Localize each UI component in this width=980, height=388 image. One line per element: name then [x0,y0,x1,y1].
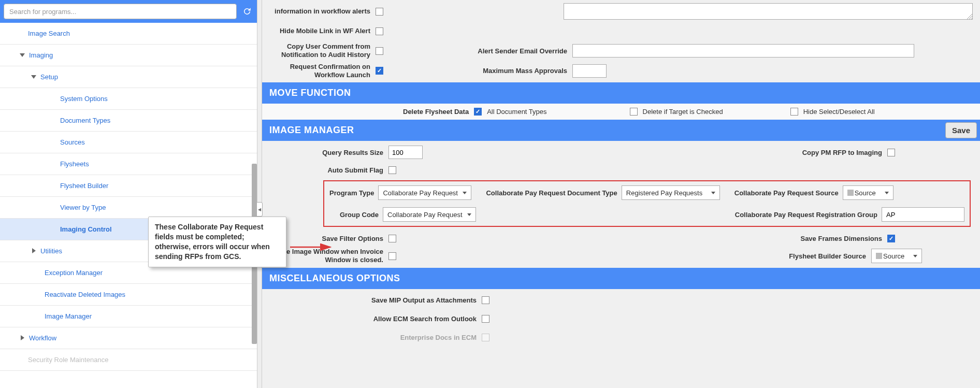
refresh-icon[interactable] [241,5,253,18]
select-cpr-doc-type[interactable]: Registered Pay Requests [622,185,720,200]
nav-tree: Image Search Imaging Setup System Option… [0,23,257,371]
checkbox-delete-if-target[interactable] [630,108,638,116]
resize-grip-icon[interactable] [967,14,972,19]
section-move-function: MOVE FUNCTION [262,82,980,104]
search-bar [0,0,257,23]
select-cpr-source[interactable]: Source [843,185,893,200]
checkbox-auto-submit[interactable] [388,166,396,174]
select-program-type[interactable]: Collaborate Pay Request [378,185,471,200]
checkbox-hide-mobile[interactable] [376,27,383,35]
sidebar-item-security-role[interactable]: Security Role Maintenance [0,349,257,371]
checkbox-request-confirmation[interactable] [376,67,383,75]
caret-right-icon [31,247,38,255]
caret-down-icon [20,51,27,59]
label-cpr-source: Collaborate Pay Request Source [734,189,839,197]
checkbox-all-doc-types[interactable] [474,108,482,116]
label-request-confirmation: Request Confirmation on Workflow Launch [269,63,370,80]
sidebar-item-sources[interactable]: Sources [0,132,257,153]
checkbox-save-mip[interactable] [482,296,489,304]
sidebar-item-flysheets[interactable]: Flysheets [0,153,257,175]
label-save-frames: Save Frames Dimensions [800,235,882,242]
label-max-mass: Maximum Mass Approvals [464,67,567,75]
label-alert-sender: Alert Sender Email Override [464,47,567,55]
label-all-doc-types: All Document Types [487,108,546,116]
save-button[interactable]: Save [945,122,977,138]
checkbox-hide-select[interactable] [790,108,798,116]
sidebar-item-image-manager[interactable]: Image Manager [0,306,257,327]
callout-arrow-icon [290,241,337,253]
input-max-mass[interactable] [572,64,607,78]
checkbox-info-wf-alerts[interactable] [376,8,383,16]
select-group-code[interactable]: Collaborate Pay Request [383,207,476,222]
label-enterprise-docs: Enterprise Docs in ECM [269,334,477,341]
select-flysheet-builder-source[interactable]: Source [871,249,922,263]
collapse-tab-icon[interactable]: ◀ [256,202,263,217]
sidebar-item-viewer-by-type[interactable]: Viewer by Type [0,197,257,219]
callout-note: These Collaborate Pay Request fields mus… [148,217,286,267]
label-copy-pm-rfp: Copy PM RFP to Imaging [802,149,882,156]
label-hide-mobile: Hide Mobile Link in WF Alert [269,27,370,35]
highlighted-fields-box: Program Type Collaborate Pay Request Col… [323,180,971,227]
sidebar-item-document-types[interactable]: Document Types [0,110,257,132]
sidebar-item-image-search[interactable]: Image Search [0,23,257,45]
sidebar-item-reactivate-deleted[interactable]: Reactivate Deleted Images [0,284,257,306]
search-input[interactable] [4,4,237,19]
section-image-manager: IMAGE MANAGER Save [262,120,980,141]
label-query-results: Query Results Size [269,149,383,156]
sidebar-item-workflow[interactable]: Workflow [0,327,257,349]
checkbox-save-filter[interactable] [388,235,396,242]
checkbox-copy-pm-rfp[interactable] [887,149,895,156]
sidebar-item-setup[interactable]: Setup [0,66,257,88]
input-cpr-reg-group[interactable] [882,207,964,222]
label-program-type: Program Type [329,189,374,197]
label-delete-flysheet: Delete Flysheet Data [403,108,469,116]
caret-right-icon [20,334,27,342]
checkbox-copy-user-comment[interactable] [376,47,383,55]
label-group-code: Group Code [329,211,379,219]
label-flysheet-builder-source: Flysheet Builder Source [789,252,866,260]
label-auto-submit: Auto Submit Flag [269,166,383,174]
textarea-top[interactable] [564,3,973,20]
label-allow-ecm: Allow ECM Search from Outlook [269,315,477,323]
gray-square-icon [847,190,854,196]
main-content: information in workflow alerts Hide Mobi… [262,0,980,388]
label-copy-user-comment: Copy User Comment from Notification to A… [269,42,370,60]
input-alert-sender[interactable] [572,44,914,58]
checkbox-allow-ecm[interactable] [482,315,489,323]
checkbox-enterprise-docs[interactable] [482,334,489,341]
checkbox-save-frames[interactable] [887,235,895,242]
label-hide-select: Hide Select/Deselect All [803,108,875,116]
checkbox-close-image-window[interactable] [388,252,396,260]
sidebar: Image Search Imaging Setup System Option… [0,0,257,388]
label-cpr-doc-type: Collaborate Pay Request Document Type [486,189,617,197]
input-query-results[interactable] [388,146,423,159]
label-cpr-reg-group: Collaborate Pay Request Registration Gro… [735,211,877,219]
sidebar-item-flysheet-builder[interactable]: Flysheet Builder [0,175,257,197]
label-save-mip: Save MIP Output as Attachments [269,296,477,304]
section-misc-options: MISCELLANEOUS OPTIONS [262,268,980,289]
gray-square-icon [876,253,882,259]
collapse-handle[interactable]: ◀ [257,0,262,388]
sidebar-item-imaging[interactable]: Imaging [0,45,257,66]
label-info-wf-alerts: information in workflow alerts [269,7,370,16]
caret-down-icon [31,73,38,81]
label-delete-if-target: Delete if Target is Checked [643,108,723,116]
sidebar-item-system-options[interactable]: System Options [0,88,257,110]
